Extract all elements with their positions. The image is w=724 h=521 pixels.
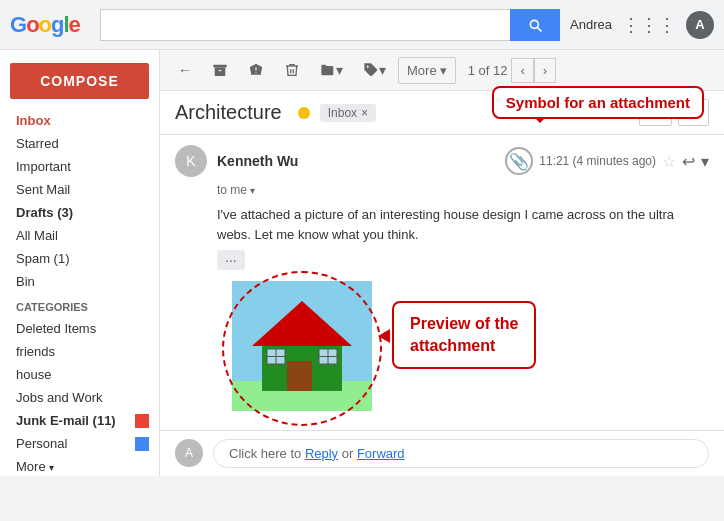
reply-bar: A Click here to Reply or Forward bbox=[160, 430, 724, 476]
sidebar-item-junk[interactable]: Junk E-mail (11) bbox=[0, 409, 159, 432]
sidebar-item-more[interactable]: More ▾ bbox=[0, 455, 159, 476]
sidebar: COMPOSE Inbox Starred Important Sent Mai… bbox=[0, 50, 160, 476]
email-subject-bar: Architecture Inbox × Symbol for an attac… bbox=[160, 91, 724, 135]
sender-name: Kenneth Wu bbox=[217, 153, 298, 169]
attachment-preview-container[interactable] bbox=[232, 281, 372, 414]
archive-icon bbox=[212, 62, 228, 78]
trash-icon bbox=[284, 62, 300, 78]
sidebar-item-inbox[interactable]: Inbox bbox=[0, 109, 159, 132]
search-button[interactable] bbox=[510, 9, 560, 41]
email-body: I've attached a picture of an interestin… bbox=[217, 205, 709, 271]
sidebar-item-friends[interactable]: friends bbox=[0, 340, 159, 363]
main-layout: COMPOSE Inbox Starred Important Sent Mai… bbox=[0, 50, 724, 476]
sidebar-item-important[interactable]: Important bbox=[0, 155, 159, 178]
prev-email-button[interactable]: ‹ bbox=[511, 58, 533, 83]
more-button[interactable]: More ▾ bbox=[398, 57, 456, 84]
search-input[interactable] bbox=[100, 9, 510, 41]
junk-color-indicator bbox=[135, 414, 149, 428]
sidebar-item-starred[interactable]: Starred bbox=[0, 132, 159, 155]
email-time: 📎 11:21 (4 minutes ago) ☆ ↩ ▾ bbox=[505, 147, 709, 175]
user-name-label: Andrea bbox=[570, 17, 612, 32]
ellipsis-button[interactable]: ··· bbox=[217, 250, 245, 270]
attachment-annotation-bubble: Symbol for an attachment bbox=[492, 86, 704, 119]
more-actions-button[interactable]: ▾ bbox=[701, 152, 709, 171]
pagination: 1 of 12 ‹ › bbox=[468, 58, 557, 83]
sidebar-item-spam[interactable]: Spam (1) bbox=[0, 247, 159, 270]
email-toolbar: ← ▾ ▾ More ▾ 1 of 12 ‹ › bbox=[160, 50, 724, 91]
email-content: ← ▾ ▾ More ▾ 1 of 12 ‹ › bbox=[160, 50, 724, 476]
preview-annotation-container: Preview of the attachment bbox=[392, 301, 536, 370]
search-icon bbox=[527, 17, 543, 33]
to-chevron-icon[interactable]: ▾ bbox=[250, 185, 255, 196]
logo-o2: o bbox=[39, 12, 51, 37]
label-icon bbox=[363, 62, 379, 78]
reply-input-area[interactable]: Click here to Reply or Forward bbox=[213, 439, 709, 468]
preview-annotation-arrow bbox=[378, 329, 390, 343]
more-chevron-icon: ▾ bbox=[440, 63, 447, 78]
sender-avatar: K bbox=[175, 145, 207, 177]
logo-g2: g bbox=[51, 12, 63, 37]
yellow-dot-indicator bbox=[298, 107, 310, 119]
svg-rect-0 bbox=[213, 65, 226, 68]
chevron-down-icon: ▾ bbox=[49, 462, 54, 473]
sidebar-item-drafts[interactable]: Drafts (3) bbox=[0, 201, 159, 224]
sidebar-item-personal[interactable]: Personal bbox=[0, 432, 159, 455]
sidebar-item-bin[interactable]: Bin bbox=[0, 270, 159, 293]
apps-icon[interactable]: ⋮⋮⋮ bbox=[622, 14, 676, 36]
tag-close-button[interactable]: × bbox=[361, 106, 368, 120]
search-bar bbox=[100, 9, 560, 41]
forward-link[interactable]: Forward bbox=[357, 446, 405, 461]
sidebar-item-deleted[interactable]: Deleted Items bbox=[0, 317, 159, 340]
reply-button[interactable]: ↩ bbox=[682, 152, 695, 171]
user-avatar[interactable]: A bbox=[686, 11, 714, 39]
report-icon bbox=[248, 62, 264, 78]
top-right: Andrea ⋮⋮⋮ A bbox=[570, 11, 714, 39]
folder-icon bbox=[320, 62, 336, 78]
back-button[interactable]: ← bbox=[170, 56, 200, 84]
personal-color-indicator bbox=[135, 437, 149, 451]
archive-button[interactable] bbox=[204, 56, 236, 84]
report-spam-button[interactable] bbox=[240, 56, 272, 84]
email-from-row: K Kenneth Wu 📎 11:21 (4 minutes ago) ☆ ↩… bbox=[175, 145, 709, 177]
move-to-button[interactable]: ▾ bbox=[312, 56, 351, 84]
star-icon[interactable]: ☆ bbox=[662, 152, 676, 171]
email-message: K Kenneth Wu 📎 11:21 (4 minutes ago) ☆ ↩… bbox=[160, 135, 724, 434]
next-email-button[interactable]: › bbox=[534, 58, 556, 83]
to-me-label: to me ▾ bbox=[217, 183, 709, 197]
reply-bar-avatar: A bbox=[175, 440, 203, 468]
delete-button[interactable] bbox=[276, 56, 308, 84]
reply-link[interactable]: Reply bbox=[305, 446, 338, 461]
svg-point-1 bbox=[367, 66, 369, 68]
house-image bbox=[232, 281, 372, 411]
logo-e: e bbox=[69, 12, 80, 37]
email-subject-title: Architecture bbox=[175, 101, 282, 124]
attachment-icon: 📎 bbox=[505, 147, 533, 175]
sidebar-item-jobs[interactable]: Jobs and Work bbox=[0, 386, 159, 409]
categories-label: Categories bbox=[0, 293, 159, 317]
attachment-area: Preview of the attachment bbox=[232, 281, 694, 414]
inbox-tag: Inbox × bbox=[320, 104, 376, 122]
google-logo: Google bbox=[10, 12, 80, 38]
label-button[interactable]: ▾ bbox=[355, 56, 394, 84]
sidebar-item-house[interactable]: house bbox=[0, 363, 159, 386]
logo-g: G bbox=[10, 12, 26, 37]
sidebar-item-sent[interactable]: Sent Mail bbox=[0, 178, 159, 201]
svg-rect-6 bbox=[287, 361, 312, 391]
preview-annotation-bubble: Preview of the attachment bbox=[392, 301, 536, 370]
google-bar: Google Andrea ⋮⋮⋮ A bbox=[0, 0, 724, 50]
compose-button[interactable]: COMPOSE bbox=[10, 63, 149, 99]
sidebar-item-allmail[interactable]: All Mail bbox=[0, 224, 159, 247]
logo-o1: o bbox=[26, 12, 38, 37]
